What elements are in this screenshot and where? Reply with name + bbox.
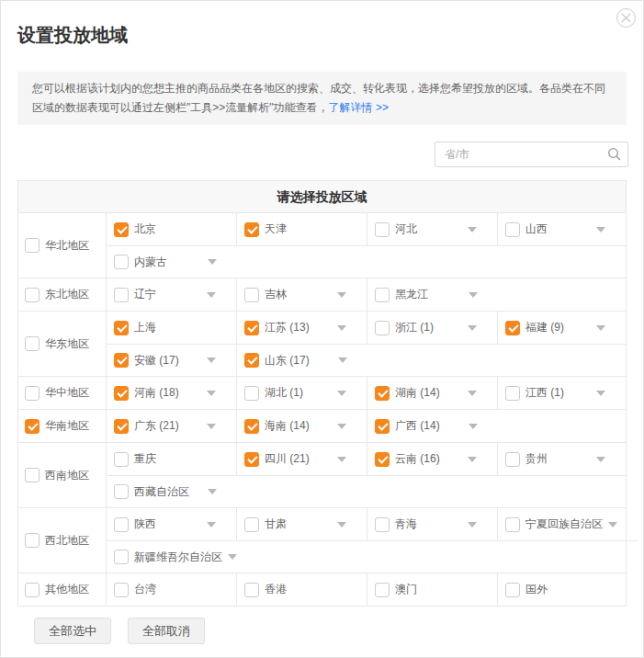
province-checkbox[interactable] <box>114 255 129 269</box>
province-cell[interactable]: 甘肃 <box>237 508 367 540</box>
province-checkbox[interactable] <box>375 583 390 597</box>
details-link[interactable]: 了解详情 >> <box>329 101 389 114</box>
province-checkbox[interactable] <box>375 386 390 401</box>
dropdown-arrow-icon[interactable] <box>468 391 477 396</box>
province-checkbox[interactable] <box>244 419 259 434</box>
province-checkbox[interactable] <box>244 452 259 467</box>
search-icon[interactable] <box>607 147 622 165</box>
province-checkbox[interactable] <box>114 321 129 335</box>
province-checkbox[interactable] <box>505 222 520 237</box>
province-cell[interactable]: 广东 (21) <box>107 410 237 442</box>
province-cell[interactable]: 江西 (1) <box>498 377 626 409</box>
province-cell[interactable]: 安徽 (17) <box>107 345 237 376</box>
province-cell[interactable]: 重庆 <box>107 443 237 475</box>
province-cell[interactable]: 天津 <box>237 213 367 245</box>
province-checkbox[interactable] <box>244 386 259 401</box>
province-cell[interactable]: 辽宁 <box>107 278 237 311</box>
region-cell[interactable]: 华南地区 <box>18 410 107 442</box>
region-cell[interactable]: 西南地区 <box>18 443 107 507</box>
province-checkbox[interactable] <box>375 288 390 302</box>
region-cell[interactable]: 华中地区 <box>18 377 107 409</box>
dropdown-arrow-icon[interactable] <box>469 424 478 429</box>
region-checkbox[interactable] <box>25 238 40 253</box>
province-checkbox[interactable] <box>505 386 520 401</box>
dropdown-arrow-icon[interactable] <box>207 424 216 429</box>
dropdown-arrow-icon[interactable] <box>608 522 617 528</box>
province-checkbox[interactable] <box>114 288 129 302</box>
province-cell[interactable]: 广西 (14) <box>367 410 498 442</box>
province-cell[interactable]: 上海 <box>107 312 237 344</box>
province-checkbox[interactable] <box>114 550 129 564</box>
region-cell[interactable]: 华东地区 <box>18 312 107 376</box>
province-checkbox[interactable] <box>375 419 390 434</box>
dropdown-arrow-icon[interactable] <box>208 489 217 494</box>
province-checkbox[interactable] <box>505 583 520 597</box>
dropdown-arrow-icon[interactable] <box>207 522 216 528</box>
close-icon[interactable] <box>616 8 636 28</box>
province-cell[interactable]: 青海 <box>367 508 498 540</box>
cancel-all-button[interactable]: 全部取消 <box>128 618 205 644</box>
province-checkbox[interactable] <box>244 353 259 368</box>
dropdown-arrow-icon[interactable] <box>468 227 477 233</box>
region-checkbox[interactable] <box>25 468 40 482</box>
search-input[interactable] <box>435 142 628 167</box>
province-checkbox[interactable] <box>244 288 259 302</box>
dropdown-arrow-icon[interactable] <box>228 554 237 560</box>
region-cell[interactable]: 东北地区 <box>18 278 107 311</box>
province-cell[interactable]: 宁夏回族自治区 <box>498 508 638 540</box>
region-checkbox[interactable] <box>25 419 40 434</box>
province-cell[interactable]: 湖南 (14) <box>367 377 498 409</box>
dropdown-arrow-icon[interactable] <box>207 292 216 298</box>
dropdown-arrow-icon[interactable] <box>469 292 478 298</box>
dropdown-arrow-icon[interactable] <box>337 424 346 429</box>
province-cell[interactable]: 北京 <box>107 213 237 245</box>
province-checkbox[interactable] <box>114 484 129 499</box>
province-checkbox[interactable] <box>244 583 259 597</box>
dropdown-arrow-icon[interactable] <box>596 457 605 462</box>
province-checkbox[interactable] <box>114 353 129 368</box>
province-checkbox[interactable] <box>375 517 390 532</box>
dropdown-arrow-icon[interactable] <box>337 325 346 331</box>
province-cell[interactable]: 新疆维吾尔自治区 <box>107 541 257 573</box>
province-checkbox[interactable] <box>505 452 520 467</box>
province-checkbox[interactable] <box>244 517 259 532</box>
province-checkbox[interactable] <box>114 583 129 597</box>
region-cell[interactable]: 其他地区 <box>18 573 107 606</box>
province-checkbox[interactable] <box>375 321 390 335</box>
province-cell[interactable]: 山东 (17) <box>237 345 367 376</box>
province-cell[interactable]: 陕西 <box>107 508 237 540</box>
province-checkbox[interactable] <box>375 222 390 237</box>
province-cell[interactable]: 云南 (16) <box>367 443 498 475</box>
province-cell[interactable]: 贵州 <box>498 443 626 475</box>
province-checkbox[interactable] <box>505 321 520 335</box>
dropdown-arrow-icon[interactable] <box>468 522 477 528</box>
dropdown-arrow-icon[interactable] <box>338 357 347 363</box>
dropdown-arrow-icon[interactable] <box>337 457 346 462</box>
province-cell[interactable]: 福建 (9) <box>498 312 626 344</box>
dropdown-arrow-icon[interactable] <box>207 391 216 396</box>
province-cell[interactable]: 河北 <box>367 213 498 245</box>
province-cell[interactable]: 江苏 (13) <box>237 312 367 344</box>
province-cell[interactable]: 河南 (18) <box>107 377 237 409</box>
dropdown-arrow-icon[interactable] <box>337 292 346 298</box>
province-cell[interactable]: 海南 (14) <box>237 410 367 442</box>
province-cell[interactable]: 山西 <box>498 213 626 245</box>
dropdown-arrow-icon[interactable] <box>207 357 216 363</box>
dropdown-arrow-icon[interactable] <box>468 457 477 462</box>
province-cell[interactable]: 吉林 <box>237 278 367 311</box>
province-checkbox[interactable] <box>114 386 129 401</box>
region-cell[interactable]: 西北地区 <box>18 508 107 573</box>
dropdown-arrow-icon[interactable] <box>337 522 346 528</box>
province-checkbox[interactable] <box>114 419 129 434</box>
province-cell[interactable]: 西藏自治区 <box>107 476 237 507</box>
province-checkbox[interactable] <box>505 517 520 532</box>
dropdown-arrow-icon[interactable] <box>596 391 605 396</box>
province-cell[interactable]: 湖北 (1) <box>237 377 367 409</box>
select-all-button[interactable]: 全部选中 <box>34 618 111 644</box>
dropdown-arrow-icon[interactable] <box>596 325 605 331</box>
region-checkbox[interactable] <box>25 386 40 401</box>
province-cell[interactable]: 内蒙古 <box>107 246 237 278</box>
region-cell[interactable]: 华北地区 <box>18 213 107 278</box>
region-checkbox[interactable] <box>25 583 40 597</box>
dropdown-arrow-icon[interactable] <box>468 325 477 331</box>
